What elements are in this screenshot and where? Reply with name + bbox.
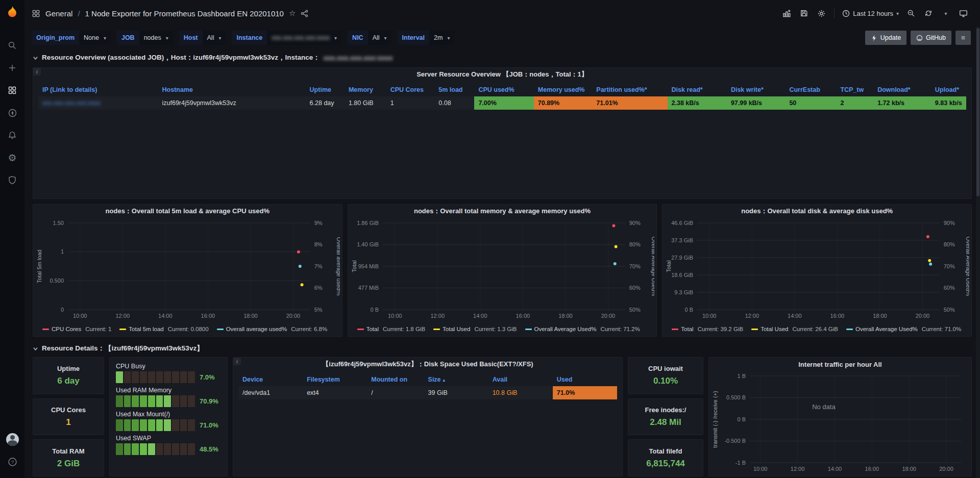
bargauge-segment xyxy=(188,371,195,383)
column-header[interactable]: Memory used% xyxy=(534,83,593,96)
legend-item[interactable]: Total UsedCurrent: 1.3 GiB xyxy=(433,326,517,332)
panel-menu-button[interactable] xyxy=(955,31,971,45)
svg-text:90%: 90% xyxy=(944,220,955,226)
legend-color-swatch xyxy=(119,329,126,330)
column-header[interactable]: Partition used%* xyxy=(592,83,667,96)
variable-value-dropdown[interactable]: xxx.xxx.xxx.xxx:xxxx▾ xyxy=(267,31,341,45)
github-button[interactable]: GitHub xyxy=(911,31,951,45)
column-header[interactable]: Used xyxy=(553,373,617,386)
column-header[interactable]: Download* xyxy=(873,83,931,96)
svg-text:-0.500 B: -0.500 B xyxy=(724,438,746,444)
panel-info-icon[interactable]: i xyxy=(233,358,241,365)
star-icon[interactable]: ☆ xyxy=(289,9,296,18)
refresh-interval-dropdown[interactable]: ▾ xyxy=(938,6,953,21)
stat-panel-cpu-iowait: CPU iowait0.10% xyxy=(628,357,703,394)
row-resource-overview[interactable]: Resource Overview (associated JOB)，Host：… xyxy=(33,50,972,65)
variable-value-dropdown[interactable]: None▾ xyxy=(79,31,111,45)
legend-item[interactable]: Total 5m loadCurrent: 0.0800 xyxy=(119,326,208,332)
column-header[interactable]: 5m load xyxy=(434,83,474,96)
variable-value-dropdown[interactable]: 2m▾ xyxy=(429,31,454,45)
legend-item[interactable]: TotalCurrent: 39.2 GiB xyxy=(672,326,743,332)
bargauge-segment xyxy=(148,443,155,455)
create-plus-icon[interactable] xyxy=(3,57,22,79)
zoom-out-time-button[interactable] xyxy=(903,6,919,21)
server-admin-shield-icon[interactable] xyxy=(3,169,22,191)
column-header[interactable]: Hostname xyxy=(158,83,306,96)
search-icon[interactable] xyxy=(3,34,22,57)
column-header[interactable]: CurrEstab xyxy=(785,83,836,96)
variable-value: 2m xyxy=(434,34,443,41)
variable-value: xxx.xxx.xxx.xxx:xxxx xyxy=(272,34,330,41)
save-dashboard-button[interactable] xyxy=(796,6,812,21)
svg-text:16:00: 16:00 xyxy=(865,466,879,472)
table-row[interactable]: xxx.xxx.xxx.xxx:xxxxizuf69r4j59vpmwl3wk5… xyxy=(38,96,966,110)
dashboard-settings-button[interactable] xyxy=(814,6,829,21)
scrollbar-thumb[interactable] xyxy=(976,28,979,196)
cell-text: 39 GiB xyxy=(428,389,448,396)
bargauge-segment xyxy=(140,395,147,407)
column-header[interactable]: Upload* xyxy=(931,83,966,96)
bargauge-segment xyxy=(124,395,131,407)
svg-text:No data: No data xyxy=(812,403,836,411)
add-panel-button[interactable] xyxy=(779,6,794,21)
svg-text:10:00: 10:00 xyxy=(753,466,768,472)
bargauge-bar[interactable] xyxy=(116,371,195,383)
kiosk-mode-button[interactable] xyxy=(955,6,971,21)
legend-item[interactable]: CPU CoresCurrent: 1 xyxy=(42,326,111,332)
legend-series-name: Total xyxy=(366,326,379,332)
alerting-bell-icon[interactable] xyxy=(3,124,22,146)
configuration-gear-icon[interactable]: ⚙ xyxy=(3,146,22,169)
panel-title[interactable]: nodes：Overall total memory & average mem… xyxy=(350,205,655,218)
main-view: General / 1 Node Exporter for Prometheus… xyxy=(24,0,980,476)
grafana-logo[interactable] xyxy=(6,5,19,20)
help-icon[interactable]: ? xyxy=(3,450,22,473)
update-button[interactable]: Update xyxy=(865,31,906,45)
column-header[interactable]: Disk read* xyxy=(668,83,727,96)
panel-title[interactable]: nodes：Overall total 5m load & average CP… xyxy=(35,205,340,218)
column-header[interactable]: Mounted on xyxy=(367,373,424,386)
column-header[interactable]: Filesystem xyxy=(303,373,367,386)
row-resource-details[interactable]: Resource Details：【izuf69r4j59vpmwl3wk53v… xyxy=(33,341,972,356)
legend-item[interactable]: Overall Average Used%Current: 71.2% xyxy=(525,326,640,332)
column-header[interactable]: Uptime xyxy=(306,83,345,96)
column-header[interactable]: Size▴ xyxy=(424,373,488,386)
dashboards-icon[interactable] xyxy=(3,79,22,102)
column-header[interactable]: Avail xyxy=(488,373,553,386)
scrollbar[interactable] xyxy=(976,27,980,478)
legend-item[interactable]: Total UsedCurrent: 26.4 GiB xyxy=(751,326,838,332)
svg-text:6%: 6% xyxy=(314,285,323,291)
legend-item[interactable]: Overall Average Used%Current: 71.0% xyxy=(846,326,961,332)
refresh-button[interactable] xyxy=(921,6,936,21)
user-avatar[interactable] xyxy=(3,428,22,450)
table-cell: ext4 xyxy=(303,386,367,399)
legend-item[interactable]: Overall average used%Current: 6.8% xyxy=(217,326,328,332)
panel-title[interactable]: Internet traffic per hour All xyxy=(711,358,969,371)
column-header[interactable]: TCP_tw xyxy=(836,83,873,96)
column-header[interactable]: CPU Cores xyxy=(386,83,435,96)
bargauge-bar[interactable] xyxy=(116,443,195,455)
breadcrumb-folder[interactable]: General xyxy=(45,9,72,18)
panel-info-icon[interactable]: i xyxy=(33,68,41,76)
panel-title[interactable]: 【izuf69r4j59vpmwl3wk53vz】：Disk Space Use… xyxy=(233,358,622,371)
bargauge-bar[interactable] xyxy=(116,419,195,431)
time-range-picker[interactable]: Last 12 hours ▾ xyxy=(840,6,901,21)
variable-value-dropdown[interactable]: All▾ xyxy=(203,31,226,45)
legend-series-name: CPU Cores xyxy=(52,326,81,332)
variable-value-dropdown[interactable]: All▾ xyxy=(368,31,391,45)
variable-host: HostAll▾ xyxy=(179,31,226,45)
column-header[interactable]: Memory xyxy=(345,83,386,96)
variable-value-dropdown[interactable]: nodes▾ xyxy=(139,31,173,45)
explore-compass-icon[interactable] xyxy=(3,102,22,124)
bargauge-bar[interactable] xyxy=(116,395,195,407)
legend-item[interactable]: TotalCurrent: 1.8 GiB xyxy=(357,326,425,332)
column-header[interactable]: IP (Link to details) xyxy=(38,83,158,96)
panel-title[interactable]: nodes：Overall total disk & average disk … xyxy=(665,205,969,218)
share-icon[interactable] xyxy=(301,10,308,17)
bargauge-segment xyxy=(132,371,139,383)
column-header[interactable]: Disk write* xyxy=(727,83,786,96)
column-header[interactable]: Device xyxy=(238,373,303,386)
dashboard-title[interactable]: 1 Node Exporter for Prometheus Dashboard… xyxy=(85,9,284,18)
table-row[interactable]: /dev/vda1ext4/39 GiB10.8 GiB71.0% xyxy=(238,386,617,399)
column-header[interactable]: CPU used% xyxy=(474,83,533,96)
panel-title[interactable]: Server Resource Overview 【JOB：nodes，Tota… xyxy=(33,68,971,81)
